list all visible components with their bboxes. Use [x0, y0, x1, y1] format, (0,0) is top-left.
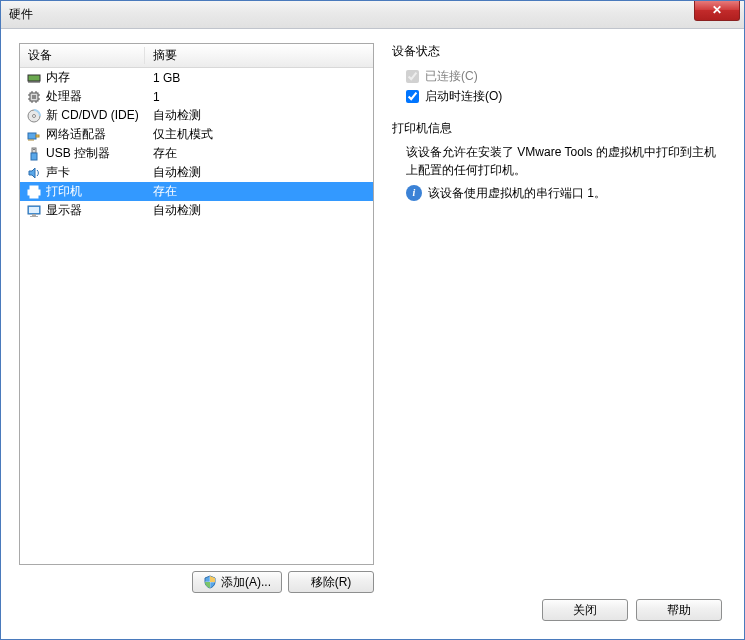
left-button-row: 添加(A)... 移除(R) [19, 571, 374, 593]
svg-rect-32 [32, 214, 36, 216]
device-list[interactable]: 设备 摘要 内存1 GB处理器1新 CD/DVD (IDE)自动检测网络适配器仅… [19, 43, 374, 565]
poweron-checkbox-row[interactable]: 启动时连接(O) [406, 86, 726, 106]
window-title: 硬件 [9, 6, 33, 23]
left-pane: 设备 摘要 内存1 GB处理器1新 CD/DVD (IDE)自动检测网络适配器仅… [19, 43, 374, 593]
svg-rect-0 [28, 75, 40, 81]
device-row-sound[interactable]: 声卡自动检测 [20, 163, 373, 182]
usb-icon [26, 146, 42, 162]
device-summary: 自动检测 [145, 107, 373, 124]
poweron-checkbox[interactable] [406, 90, 419, 103]
svg-rect-19 [28, 133, 36, 139]
info-icon: i [406, 185, 422, 201]
device-list-header: 设备 摘要 [20, 44, 373, 68]
connected-checkbox-row: 已连接(C) [406, 66, 726, 86]
svg-rect-8 [32, 95, 36, 99]
device-summary: 1 [145, 90, 373, 104]
display-icon [26, 203, 42, 219]
device-row-usb[interactable]: USB 控制器存在 [20, 144, 373, 163]
device-row-cpu[interactable]: 处理器1 [20, 87, 373, 106]
cpu-icon [26, 89, 42, 105]
printer-info-title: 打印机信息 [392, 120, 726, 137]
remove-button-label: 移除(R) [311, 574, 352, 591]
device-summary: 仅主机模式 [145, 126, 373, 143]
printer-info-desc: 该设备允许在安装了 VMware Tools 的虚拟机中打印到主机上配置的任何打… [406, 143, 726, 179]
titlebar[interactable]: 硬件 ✕ [1, 1, 744, 29]
printer-info-body: 该设备允许在安装了 VMware Tools 的虚拟机中打印到主机上配置的任何打… [406, 143, 726, 202]
device-row-nic[interactable]: 网络适配器仅主机模式 [20, 125, 373, 144]
svg-rect-25 [33, 149, 35, 150]
svg-point-18 [33, 114, 36, 117]
shield-icon [203, 575, 217, 589]
close-button[interactable]: 关闭 [542, 599, 628, 621]
device-name: 声卡 [46, 164, 145, 181]
svg-rect-26 [31, 153, 37, 160]
right-pane: 设备状态 已连接(C) 启动时连接(O) 打印机信息 该设备允许在安装了 VMw… [392, 43, 726, 593]
status-group-title: 设备状态 [392, 43, 726, 60]
status-group-body: 已连接(C) 启动时连接(O) [406, 66, 726, 106]
device-row-cd[interactable]: 新 CD/DVD (IDE)自动检测 [20, 106, 373, 125]
device-summary: 自动检测 [145, 164, 373, 181]
device-row-printer[interactable]: 打印机存在 [20, 182, 373, 201]
panes: 设备 摘要 内存1 GB处理器1新 CD/DVD (IDE)自动检测网络适配器仅… [19, 43, 726, 593]
printer-icon [26, 184, 42, 200]
device-summary: 自动检测 [145, 202, 373, 219]
device-name: 内存 [46, 69, 145, 86]
add-button-label: 添加(A)... [221, 574, 271, 591]
cd-icon [26, 108, 42, 124]
help-button-label: 帮助 [667, 602, 691, 619]
remove-button[interactable]: 移除(R) [288, 571, 374, 593]
device-row-display[interactable]: 显示器自动检测 [20, 201, 373, 220]
device-name: 打印机 [46, 183, 145, 200]
device-list-body: 内存1 GB处理器1新 CD/DVD (IDE)自动检测网络适配器仅主机模式US… [20, 68, 373, 220]
connected-checkbox [406, 70, 419, 83]
content-area: 设备 摘要 内存1 GB处理器1新 CD/DVD (IDE)自动检测网络适配器仅… [1, 29, 744, 639]
device-summary: 1 GB [145, 71, 373, 85]
nic-icon [26, 127, 42, 143]
device-summary: 存在 [145, 183, 373, 200]
printer-info-note: 该设备使用虚拟机的串行端口 1。 [428, 185, 606, 202]
close-icon[interactable]: ✕ [694, 1, 740, 21]
device-summary: 存在 [145, 145, 373, 162]
add-button[interactable]: 添加(A)... [192, 571, 282, 593]
svg-rect-29 [30, 194, 38, 198]
device-name: 显示器 [46, 202, 145, 219]
column-header-device[interactable]: 设备 [20, 47, 145, 64]
device-row-memory[interactable]: 内存1 GB [20, 68, 373, 87]
device-name: USB 控制器 [46, 145, 145, 162]
connected-label: 已连接(C) [425, 68, 478, 85]
svg-rect-31 [29, 207, 39, 213]
device-name: 网络适配器 [46, 126, 145, 143]
close-button-label: 关闭 [573, 602, 597, 619]
device-name: 处理器 [46, 88, 145, 105]
svg-rect-27 [30, 186, 38, 190]
svg-rect-20 [36, 135, 39, 137]
sound-icon [26, 165, 42, 181]
memory-icon [26, 70, 42, 86]
svg-rect-24 [32, 148, 36, 153]
column-header-summary[interactable]: 摘要 [145, 47, 373, 64]
dialog-window: 硬件 ✕ 设备 摘要 内存1 GB处理器1新 CD/DVD (IDE)自动检测网… [0, 0, 745, 640]
printer-info-note-row: i 该设备使用虚拟机的串行端口 1。 [406, 185, 726, 202]
device-name: 新 CD/DVD (IDE) [46, 107, 145, 124]
poweron-label: 启动时连接(O) [425, 88, 502, 105]
footer: 关闭 帮助 [19, 593, 726, 627]
help-button[interactable]: 帮助 [636, 599, 722, 621]
svg-rect-33 [30, 216, 38, 217]
